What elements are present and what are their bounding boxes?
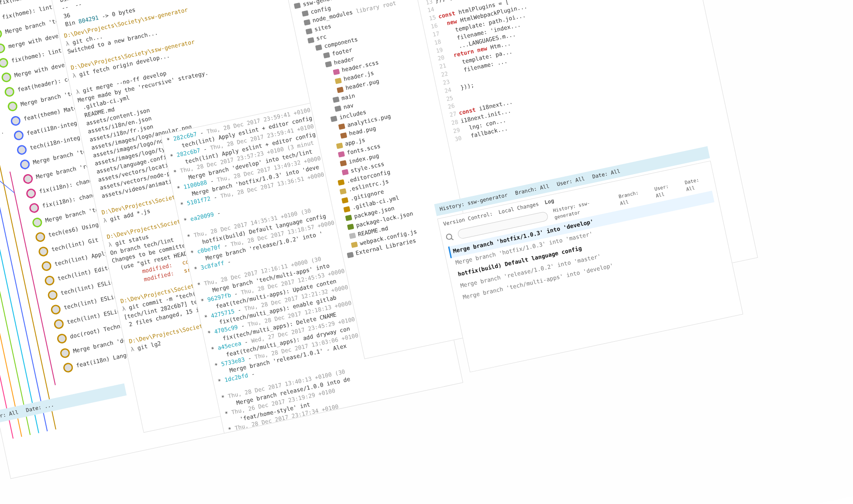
file-icon — [335, 77, 342, 84]
folder-icon — [307, 37, 314, 43]
avatar-icon — [4, 86, 15, 97]
avatar-icon — [59, 347, 71, 359]
branch-label: tech/lint — [0, 161, 11, 180]
avatar-icon — [53, 318, 65, 329]
avatar-icon — [41, 260, 52, 271]
folder-icon — [323, 52, 330, 58]
folder-icon — [303, 19, 310, 25]
avatar-icon — [44, 274, 55, 286]
avatar-icon — [0, 28, 3, 39]
vcs-filter-date[interactable]: Date: All — [684, 175, 711, 193]
search-icon[interactable] — [446, 233, 453, 240]
file-icon — [349, 233, 356, 239]
folder-icon — [306, 28, 313, 34]
file-icon — [345, 215, 352, 221]
avatar-icon — [19, 158, 31, 170]
vcs-filter-user[interactable]: User: All — [654, 181, 681, 199]
vcs-tab-log[interactable]: Log — [544, 197, 555, 206]
avatar-icon — [22, 173, 34, 185]
folder-icon — [330, 116, 337, 122]
avatar-icon — [10, 115, 21, 127]
file-icon — [343, 206, 350, 213]
file-icon — [340, 160, 347, 167]
avatar-icon — [47, 289, 58, 301]
avatar-icon — [28, 202, 40, 213]
file-icon — [351, 241, 358, 248]
avatar-icon — [34, 231, 46, 243]
avatar-icon — [0, 42, 6, 54]
avatar-icon — [31, 216, 43, 228]
file-icon — [333, 69, 340, 75]
file-icon — [340, 188, 347, 195]
avatar-icon — [56, 333, 68, 344]
avatar-icon — [38, 246, 49, 257]
editor-right-body[interactable]: 1const site = process...2const content =… — [402, 0, 717, 144]
file-icon — [340, 132, 347, 139]
file-icon — [337, 179, 344, 185]
avatar-icon — [13, 130, 24, 141]
branch-label: release/1.0.0 — [0, 193, 18, 213]
file-icon — [347, 223, 354, 230]
folder-icon — [302, 10, 309, 17]
vcs-filter-branch[interactable]: Branch: All — [618, 187, 651, 207]
avatar-icon — [62, 362, 74, 373]
folder-icon — [347, 251, 354, 258]
folder-icon — [294, 2, 301, 9]
folder-icon — [334, 105, 341, 112]
avatar-icon — [16, 144, 28, 155]
avatar-icon — [1, 72, 12, 83]
branch-label: 1.0.0 — [0, 226, 25, 245]
avatar-icon — [50, 304, 62, 315]
file-icon — [336, 142, 343, 149]
avatar-icon — [7, 100, 18, 112]
file-icon — [342, 169, 349, 175]
file-icon — [338, 123, 345, 130]
file-icon — [338, 151, 345, 158]
file-icon — [341, 197, 348, 203]
folder-icon — [315, 45, 322, 51]
avatar-icon — [25, 188, 37, 199]
folder-icon — [325, 61, 332, 67]
folder-icon — [333, 96, 340, 103]
avatar-icon — [0, 57, 9, 69]
file-icon — [337, 86, 344, 93]
